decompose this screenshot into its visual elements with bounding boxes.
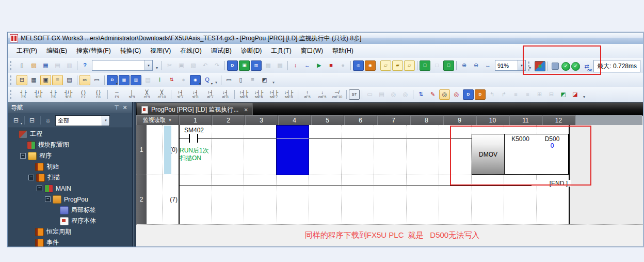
tree-filter-combo[interactable]: 全部▾ [55,115,110,126]
zoom-out-icon[interactable]: ⊖ [471,60,481,71]
rising-pulse-button[interactable]: ↑┤sF7 [173,87,188,102]
panel-splitter[interactable] [132,102,136,246]
find-device-icon[interactable]: Q▾ [202,75,213,85]
rising-pulse-close-button[interactable]: ↑┤├saF5 [237,87,251,102]
user-settings-icon[interactable]: ◩ [259,75,270,85]
tab-close-icon[interactable]: ✕ [244,107,248,113]
sidebar-item-扫描[interactable]: −扫描 [8,172,132,183]
label-editor-icon[interactable]: I [154,75,165,85]
rising-pulse-close-branch-button[interactable]: ↑┤├saF7 [267,87,281,102]
tree-expander-icon[interactable]: − [37,186,42,191]
device-find-monitor-icon[interactable]: ◎ [353,60,364,71]
chevron-down-icon[interactable]: ▾ [102,116,109,126]
menu-item-8[interactable]: 工具(T) [266,44,296,58]
falling-pulse-close-button[interactable]: ↓┤├saF6 [252,87,266,102]
zoom-in-icon[interactable]: ⊕ [459,60,470,71]
horizontal-line-button[interactable]: ─F9 [110,87,124,102]
application-instruction-button[interactable]: { }F8 [91,87,106,102]
sidebar-item-MAIN[interactable]: −MAIN [8,183,132,194]
ladder-cursor-cell[interactable] [276,125,309,175]
invert-rising-button[interactable]: ↑aF5 [300,87,315,102]
inline-st-icon[interactable]: ST [349,89,360,100]
toolbar-grip[interactable] [10,61,14,70]
device-display-format-icon[interactable]: ◉▾ [190,75,201,85]
device-comment-icon[interactable]: D▾ [107,75,118,85]
menu-item-5[interactable]: 在线(O) [175,44,206,58]
coil-button[interactable]: ( )F7 [76,87,91,102]
io-assignment-icon[interactable]: ⇅ [166,75,177,85]
pin-icon[interactable]: ⊤ [112,103,121,112]
toolbar-overflow-icon[interactable]: ▾ [154,61,160,70]
tree-collapse-all-icon[interactable]: ⊟ [27,115,37,126]
tab-progpou[interactable]: ProgPou [PRG] [LD] 监视执行... ✕ [137,103,253,116]
user-auth-2-icon[interactable]: ◪ [570,89,581,100]
menu-item-7[interactable]: 诊断(D) [236,44,267,58]
quick-find-combo[interactable]: ▾ [92,60,153,71]
vertical-line-button[interactable]: │sF9 [125,87,139,102]
statement-edit-ladder-icon[interactable]: ✎ [427,89,438,100]
invert-result-button[interactable]: ─/caF10 [330,87,345,102]
navigation-settings-icon[interactable]: ☼ [43,115,53,126]
toolbar-overflow-icon[interactable]: ▾ [213,75,219,85]
toolbar-grip[interactable] [10,75,14,85]
row-header-2[interactable]: 2 [136,175,147,225]
open-contact-button[interactable]: ┤├F5 [17,87,31,102]
delete-horizontal-line-button[interactable]: ╳cF9 [140,87,154,102]
menu-item-2[interactable]: 搜索/替换(F) [72,44,116,58]
sidebar-item-模块配置图[interactable]: 模块配置图 [8,140,132,150]
toolbar-grip[interactable] [10,90,14,99]
statement-insert-icon[interactable]: ▰ [392,60,403,71]
read-from-plc-icon[interactable]: ← [302,60,313,71]
tree-expander-icon[interactable]: − [28,175,34,180]
invert-falling-button[interactable]: ↓caF5 [315,87,330,102]
close-icon[interactable]: ✕ [121,103,129,112]
output-window-icon[interactable]: ▭ [223,75,234,85]
sidebar-item-程序本体[interactable]: 程序本体 [8,215,132,226]
rising-pulse-branch-button[interactable]: ↑┤aF7 [203,87,218,102]
zoom-level-combo[interactable]: 91%▾ [495,60,526,71]
row-header-1[interactable]: 1 [136,125,147,175]
menu-item-4[interactable]: 视图(V) [146,44,175,58]
menu-item-9[interactable]: 窗口(W) [296,44,328,58]
menu-item-10[interactable]: 帮助(H) [328,44,358,58]
window-monitor-3-icon[interactable]: □ [443,60,454,71]
rung-collapse-bar[interactable] [164,126,171,174]
sidebar-item-恒定周期[interactable]: 恒定周期 [8,226,132,237]
menu-item-6[interactable]: 调试(B) [206,44,236,58]
close-branch-button[interactable]: ┤/├sF6 [61,87,76,102]
save-project-icon[interactable]: ▦ [40,60,51,71]
menu-item-1[interactable]: 编辑(E) [42,44,72,58]
open-branch-button[interactable]: ┤├F6 [46,87,61,102]
sidebar-item-程序[interactable]: −程序 [8,150,132,161]
tree-display-mode-icon[interactable]: ⊟▾ [11,115,21,126]
parameter-window-icon[interactable]: ▣ [40,75,51,85]
falling-pulse-close-branch-button[interactable]: ↓┤├saF8 [282,87,296,102]
delete-vertical-line-button[interactable]: ╳cF10 [155,87,169,102]
sidebar-item-初始[interactable]: 初始 [8,161,132,172]
window-monitor-1-icon[interactable]: □ [420,60,430,71]
menu-item-0[interactable]: 工程(P) [12,44,42,58]
device-batch-monitor-icon[interactable]: ▥ [251,60,262,71]
module-configuration-icon[interactable]: ▦ [28,75,39,85]
open-project-icon[interactable]: ▨ [28,60,39,71]
find-replace-window-icon[interactable]: ▭ [91,75,102,85]
new-project-icon[interactable]: ▯ [17,60,27,71]
tree-expander-icon[interactable]: − [20,153,26,159]
menu-item-3[interactable]: 转换(C) [116,44,146,58]
tree-expander-icon[interactable]: − [45,196,51,202]
falling-pulse-button[interactable]: ↓┤sF8 [188,87,203,102]
sidebar-item-局部标签[interactable]: 局部标签 [8,205,132,215]
program-list-icon[interactable]: ≡ [52,75,63,85]
monitor-stop-icon[interactable]: ■ [326,60,336,71]
find-edit-ladder-icon[interactable]: ◎ [451,89,462,100]
navigation-window-icon[interactable]: ⊟ [17,75,27,85]
sidebar-item-工程[interactable]: 工程 [8,129,132,140]
device-comment-display-icon[interactable]: D [227,60,238,71]
device-check-2-icon[interactable]: D [475,89,486,100]
device-batch-icon[interactable]: ▥ [131,75,141,85]
fit-width-icon[interactable]: ↔ [482,60,493,71]
monitor-mode-header[interactable]: 监视读取 ▼ [136,115,179,125]
close-contact-button[interactable]: ┤/├sF5 [31,87,46,102]
help-icon[interactable]: ? [79,60,90,71]
sidebar-item-事件[interactable]: 事件 [8,237,132,246]
